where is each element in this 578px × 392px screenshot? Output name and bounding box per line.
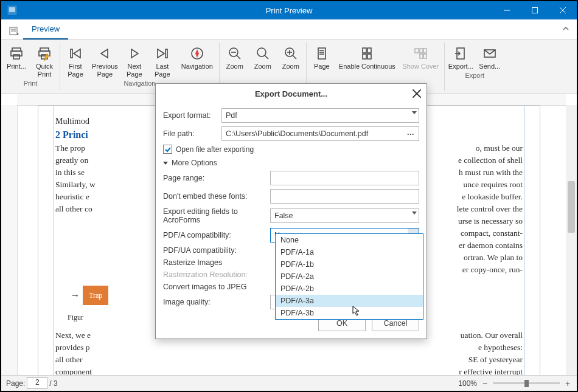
maximize-button[interactable] <box>521 1 549 19</box>
window-title: Print Preview <box>1 6 577 15</box>
zoom-out-icon <box>226 45 243 62</box>
svg-line-25 <box>237 55 240 59</box>
pdfa-option[interactable]: PDF/A-2a <box>276 270 423 283</box>
group-label-zoom <box>220 70 306 80</box>
more-options-toggle[interactable]: More Options <box>163 159 419 167</box>
svg-rect-45 <box>423 54 427 58</box>
page-total: / 3 <box>49 379 57 388</box>
fonts-input[interactable] <box>270 189 419 204</box>
envelope-icon <box>481 45 498 62</box>
zoom-slider[interactable] <box>493 382 560 384</box>
close-window-button[interactable] <box>549 1 577 19</box>
show-cover-button: Show Cover <box>399 43 443 70</box>
group-label-print: Print <box>1 78 60 88</box>
export-icon <box>452 45 469 62</box>
scrollbar-vertical[interactable] <box>566 105 577 377</box>
first-page-button[interactable]: First Page <box>61 43 89 78</box>
zoom-value: 100% <box>458 379 477 388</box>
minimize-button[interactable] <box>493 1 521 19</box>
page-label: Page: <box>6 379 25 388</box>
svg-rect-37 <box>363 48 366 53</box>
ruler-vertical <box>1 105 18 377</box>
last-page-button[interactable]: Last Page <box>148 43 176 78</box>
zoom-icon <box>254 45 271 62</box>
next-page-button[interactable]: Next Page <box>120 43 148 78</box>
export-button[interactable]: Export... <box>446 43 476 70</box>
svg-rect-12 <box>13 55 19 59</box>
pdfa-option[interactable]: None <box>276 234 423 246</box>
zoom-plus-button[interactable]: + <box>563 379 572 388</box>
page-icon <box>313 45 330 62</box>
print-button[interactable]: Print... <box>2 43 30 78</box>
browse-button[interactable]: … <box>407 128 416 137</box>
pdfa-option[interactable]: PDF/A-2b <box>276 283 423 295</box>
open-after-checkbox[interactable]: Open file after exporting <box>163 145 419 154</box>
svg-rect-14 <box>39 51 50 56</box>
compass-icon <box>189 45 206 62</box>
svg-rect-44 <box>420 54 423 58</box>
jpeg-label: Convert images to JPEG <box>163 283 266 291</box>
svg-marker-19 <box>131 49 138 58</box>
raster-res-label: Rasterization Resolution: <box>163 270 266 279</box>
svg-rect-38 <box>367 48 371 53</box>
acroforms-label: Export editing fields to AcroForms <box>163 207 266 224</box>
export-format-dropdown[interactable]: Pdf <box>221 108 419 123</box>
quick-print-button[interactable]: Quick Print <box>30 43 58 78</box>
figure-chip: Trap <box>83 286 108 305</box>
quick-print-icon <box>36 45 53 62</box>
ribbon-collapse-icon[interactable] <box>562 25 569 32</box>
svg-rect-3 <box>532 8 538 13</box>
send-button[interactable]: Send... <box>476 43 504 70</box>
printer-icon <box>8 45 25 62</box>
app-icon <box>5 3 19 18</box>
group-label-view <box>307 70 444 80</box>
pdfua-label: PDF/UA compatibility: <box>163 246 266 255</box>
tab-preview[interactable]: Preview <box>23 19 68 40</box>
svg-line-30 <box>293 55 296 59</box>
svg-rect-42 <box>420 49 423 53</box>
zoom-button[interactable]: Zoom <box>249 43 277 70</box>
pdfa-option[interactable]: PDF/A-3a <box>276 295 423 307</box>
svg-marker-23 <box>195 49 199 58</box>
page-number-input[interactable]: 2 <box>27 377 47 389</box>
svg-rect-41 <box>415 49 419 53</box>
svg-marker-18 <box>101 49 108 58</box>
navigation-button[interactable]: Navigation <box>176 43 218 78</box>
show-cover-icon <box>412 45 429 62</box>
file-menu-button[interactable] <box>5 22 23 40</box>
svg-rect-11 <box>11 51 22 56</box>
continuous-button[interactable]: Enable Continuous <box>336 43 399 70</box>
pdfa-option[interactable]: PDF/A-3b <box>276 307 423 319</box>
zoom-minus-button[interactable]: − <box>481 379 489 388</box>
page-layout-button[interactable]: Page <box>308 43 336 70</box>
page-range-input[interactable] <box>270 171 419 185</box>
zoom-in-button[interactable]: Zoom <box>277 43 305 70</box>
file-path-input[interactable]: C:\Users\Public\Documents\Document.pdf… <box>221 126 419 141</box>
pdfa-option[interactable]: PDF/A-1b <box>276 258 423 270</box>
svg-line-28 <box>265 55 268 59</box>
rasterize-label: Rasterize Images <box>163 258 266 267</box>
previous-page-button[interactable]: Previous Page <box>89 43 120 78</box>
last-page-icon <box>154 45 171 62</box>
page-range-label: Page range: <box>163 174 266 182</box>
export-format-label: Export format: <box>163 111 218 120</box>
continuous-icon <box>358 45 375 62</box>
pdfa-label: PDF/A compatibility: <box>163 231 266 239</box>
file-path-label: File path: <box>163 129 218 138</box>
next-page-icon <box>126 45 143 62</box>
caret-down-icon <box>163 162 168 165</box>
acroforms-dropdown[interactable]: False <box>270 208 419 223</box>
fonts-label: Don't embed these fonts: <box>163 192 266 201</box>
scrollbar-thumb[interactable] <box>568 181 575 233</box>
svg-rect-33 <box>318 48 326 59</box>
first-page-icon <box>67 45 84 62</box>
zoom-slider-thumb[interactable] <box>524 380 529 387</box>
dialog-title: Export Document... <box>255 89 327 98</box>
dialog-close-button[interactable] <box>412 89 422 98</box>
tab-strip: Preview <box>1 19 577 40</box>
pdfa-options-popup: None PDF/A-1a PDF/A-1b PDF/A-2a PDF/A-2b… <box>275 233 423 320</box>
svg-marker-9 <box>17 33 19 35</box>
pdfa-option[interactable]: PDF/A-1a <box>276 246 423 258</box>
svg-marker-17 <box>74 49 80 58</box>
zoom-out-button[interactable]: Zoom <box>221 43 249 70</box>
